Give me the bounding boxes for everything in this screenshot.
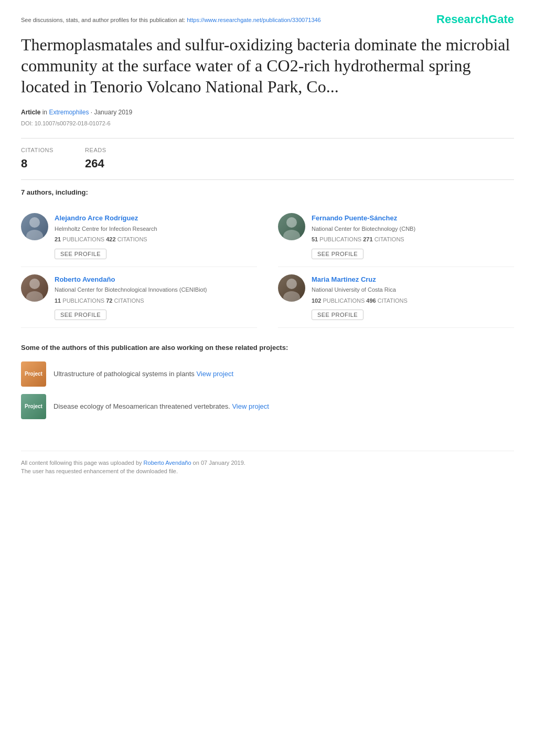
avatar-silhouette-3 [21,274,48,302]
author-stats-4: 102 PUBLICATIONS 496 CITATIONS [312,296,514,305]
authors-grid: Alejandro Arce Rodríguez Helmholtz Centr… [21,206,514,328]
author-affiliation-3: National Center for Biotechnological Inn… [55,285,257,294]
author-cit-count-3: 72 [106,297,112,304]
footer-note: All content following this page was uplo… [21,451,514,476]
author-cit-count-4: 496 [366,297,376,304]
author-pub-label-4: PUBLICATIONS [323,297,366,304]
article-date: January 2019 [94,109,132,116]
reads-label: READS [85,146,106,155]
author-avatar-1 [21,213,48,240]
project-title-text-1: Ultrastructure of pathological systems i… [54,370,195,378]
project-thumb-2: Project [21,394,46,419]
footer-uploaded-text: All content following this page was uplo… [21,460,144,466]
footer-line2: The user has requested enhancement of th… [21,467,514,476]
author-cit-label-1: CITATIONS [117,236,147,242]
author-card-4: Maria Martinez Cruz National University … [278,267,514,328]
author-pub-count-3: 11 [55,297,61,304]
svg-point-7 [283,291,300,302]
stats-row: CITATIONS 8 READS 264 [21,146,514,172]
authors-count-text: 7 authors, including: [21,188,88,196]
author-pub-label-2: PUBLICATIONS [319,236,363,242]
avatar-silhouette-2 [278,213,305,240]
project-title-2: Disease ecology of Mesoamerican threaten… [54,401,269,412]
author-name-1[interactable]: Alejandro Arce Rodríguez [55,213,257,223]
page-wrapper: ResearchGate See discussions, stats, and… [0,0,535,507]
author-stats-2: 51 PUBLICATIONS 271 CITATIONS [312,235,514,244]
authors-heading: 7 authors, including: [21,187,514,198]
avatar-silhouette-4 [278,274,305,302]
author-info-2: Fernando Puente-Sánchez National Center … [312,213,514,259]
see-profile-button-2[interactable]: SEE PROFILE [312,249,363,259]
svg-point-3 [283,230,300,240]
article-meta: Article in Extremophiles · January 2019 [21,108,514,117]
reads-block: READS 264 [85,146,106,172]
article-journal[interactable]: Extremophiles [49,109,89,116]
author-card-2: Fernando Puente-Sánchez National Center … [278,206,514,267]
footer-line1: All content following this page was uplo… [21,459,514,467]
author-cit-label-2: CITATIONS [374,236,404,242]
see-profile-button-3[interactable]: SEE PROFILE [55,310,106,320]
project-title-text-2: Disease ecology of Mesoamerican threaten… [54,402,230,410]
author-avatar-4 [278,274,305,302]
svg-point-5 [26,291,43,302]
reads-value: 264 [85,155,106,172]
related-projects-heading: Some of the authors of this publication … [21,343,514,353]
project-thumb-1: Project [21,361,46,387]
author-affiliation-2: National Center for Biotechnology (CNB) [312,225,514,233]
article-type: Article [21,109,40,116]
author-avatar-3 [21,274,48,302]
author-pub-label-1: PUBLICATIONS [62,236,106,242]
author-name-4[interactable]: Maria Martinez Cruz [312,274,514,285]
footer-uploader-link[interactable]: Roberto Avendaño [144,460,191,466]
article-title: Thermoplasmatales and sulfur-oxidizing b… [21,34,514,97]
author-affiliation-1: Helmholtz Centre for Infection Research [55,225,257,233]
author-info-3: Roberto Avendaño National Center for Bio… [55,274,257,321]
project-view-link-2[interactable]: View project [232,402,269,410]
svg-point-2 [286,217,297,228]
project-row-2: Project Disease ecology of Mesoamerican … [21,394,514,419]
researchgate-logo: ResearchGate [436,10,514,28]
doi-line: DOI: 10.1007/s00792-018-01072-6 [21,119,514,128]
svg-point-6 [286,279,297,289]
project-row-1: Project Ultrastructure of pathological s… [21,361,514,387]
author-pub-count-4: 102 [312,297,321,304]
project-thumb-label-2: Project [25,402,42,410]
author-pub-label-3: PUBLICATIONS [62,297,106,304]
author-avatar-2 [278,213,305,240]
author-cit-count-1: 422 [106,236,115,242]
article-meta-in: in [42,109,49,116]
author-name-2[interactable]: Fernando Puente-Sánchez [312,213,514,223]
divider-authors [21,179,514,180]
author-name-3[interactable]: Roberto Avendaño [55,274,257,285]
author-cit-count-2: 271 [363,236,372,242]
divider-stats [21,138,514,139]
svg-point-1 [26,230,43,240]
publication-url[interactable]: https://www.researchgate.net/publication… [187,17,321,23]
project-info-1: Ultrastructure of pathological systems i… [54,369,233,379]
project-thumb-label-1: Project [25,370,42,378]
avatar-silhouette-1 [21,213,48,240]
project-title-1: Ultrastructure of pathological systems i… [54,369,233,379]
author-card-3: Roberto Avendaño National Center for Bio… [21,267,257,328]
author-info-4: Maria Martinez Cruz National University … [312,274,514,321]
author-cit-label-4: CITATIONS [378,297,408,304]
project-info-2: Disease ecology of Mesoamerican threaten… [54,401,269,412]
author-stats-3: 11 PUBLICATIONS 72 CITATIONS [55,296,257,305]
project-view-link-1[interactable]: View project [196,370,233,378]
citations-block: CITATIONS 8 [21,146,54,172]
svg-point-4 [29,279,40,289]
citations-value: 8 [21,155,54,172]
author-stats-1: 21 PUBLICATIONS 422 CITATIONS [55,235,257,244]
author-pub-count-2: 51 [312,236,318,242]
top-link-text: See discussions, stats, and author profi… [21,17,185,23]
author-pub-count-1: 21 [55,236,61,242]
citations-label: CITATIONS [21,146,54,155]
see-profile-button-4[interactable]: SEE PROFILE [312,310,363,320]
author-info-1: Alejandro Arce Rodríguez Helmholtz Centr… [55,213,257,259]
author-affiliation-4: National University of Costa Rica [312,285,514,294]
see-profile-button-1[interactable]: SEE PROFILE [55,249,106,259]
footer-uploaded-date: on 07 January 2019. [193,460,245,466]
author-cit-label-3: CITATIONS [114,297,144,304]
svg-point-0 [29,217,40,228]
author-card-1: Alejandro Arce Rodríguez Helmholtz Centr… [21,206,257,267]
